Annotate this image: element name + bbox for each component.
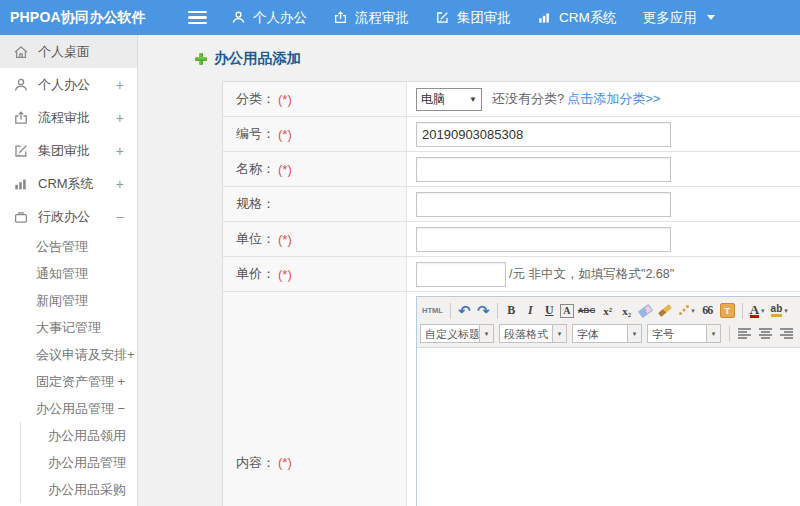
- font-size-select[interactable]: 字号 ▾: [647, 324, 721, 343]
- number-input[interactable]: [416, 122, 671, 147]
- form-row-price: 单价： (*) /元 非中文，如填写格式"2.68": [223, 257, 800, 292]
- nav-more-apps[interactable]: 更多应用: [643, 9, 715, 27]
- editor-content-area[interactable]: [417, 348, 800, 506]
- align-center-button[interactable]: [756, 324, 775, 343]
- field-label: 分类： (*): [223, 82, 407, 116]
- sidebar-label: 流程审批: [38, 109, 90, 127]
- caret-down-icon: ▾: [784, 307, 788, 315]
- expand-toggle[interactable]: +: [116, 143, 124, 159]
- main-content: 办公用品添加 分类： (*) 电脑 ▼ 还没有分类? 点击添加分类>> 编号： …: [138, 35, 800, 506]
- required-mark: (*): [278, 92, 292, 107]
- sidebar-item-supplies-purchase[interactable]: 办公用品采购: [21, 476, 137, 503]
- nav-crm-system[interactable]: CRM系统: [537, 9, 617, 27]
- sidebar-item-crm[interactable]: CRM系统 +: [0, 167, 137, 200]
- align-center-icon: [758, 327, 773, 340]
- field-value: [407, 222, 800, 256]
- expand-toggle[interactable]: +: [116, 77, 124, 93]
- expand-toggle[interactable]: +: [116, 176, 124, 192]
- sidebar-item-personal-office[interactable]: 个人办公 +: [0, 68, 137, 101]
- align-right-icon: [779, 327, 794, 340]
- superscript-button[interactable]: x²: [599, 301, 616, 320]
- sidebar-item-meeting-mgmt[interactable]: 会议申请及安排+: [0, 341, 137, 368]
- spec-input[interactable]: [416, 192, 671, 217]
- nav-label: 流程审批: [355, 9, 409, 27]
- category-select[interactable]: 电脑 ▼: [416, 88, 482, 111]
- unit-input[interactable]: [416, 227, 671, 252]
- nav-workflow-approval[interactable]: 流程审批: [333, 9, 409, 27]
- required-mark: (*): [278, 455, 292, 470]
- sidebar-item-group-approval[interactable]: 集团审批 +: [0, 134, 137, 167]
- align-left-button[interactable]: [735, 324, 754, 343]
- sidebar-label: 集团审批: [38, 142, 90, 160]
- sidebar-item-workflow-approval[interactable]: 流程审批 +: [0, 101, 137, 134]
- expand-toggle[interactable]: −: [116, 209, 124, 225]
- expand-toggle[interactable]: +: [116, 110, 124, 126]
- undo-button[interactable]: ↶: [456, 301, 473, 320]
- bold-button[interactable]: B: [503, 301, 520, 320]
- menu-toggle-icon[interactable]: [188, 11, 207, 25]
- heading-select[interactable]: 自定义标题 ▾: [420, 324, 494, 343]
- quick-format-button[interactable]: ▾: [676, 301, 697, 320]
- editor-toolbar-row-2: 自定义标题 ▾ 段落格式 ▾ 字体 ▾: [420, 322, 800, 345]
- sidebar-item-announcement-mgmt[interactable]: 公告管理: [0, 233, 137, 260]
- source-code-button[interactable]: HTML: [420, 301, 445, 320]
- topbar: PHPOA协同办公软件 个人办公 流程审批 集团审批: [0, 0, 800, 35]
- font-color-button[interactable]: A▾: [748, 301, 767, 320]
- nav-personal-office[interactable]: 个人办公: [231, 9, 307, 27]
- sidebar-item-admin-office[interactable]: 行政办公 −: [0, 200, 137, 233]
- field-label: 名称： (*): [223, 152, 407, 186]
- edit-square-icon: [13, 143, 29, 159]
- add-plus-icon: [195, 53, 207, 65]
- form-row-unit: 单位： (*): [223, 222, 800, 257]
- font-family-select[interactable]: 字体 ▾: [572, 324, 642, 343]
- price-format-hint: /元 非中文，如填写格式"2.68": [509, 266, 674, 283]
- field-label: 单价： (*): [223, 257, 407, 291]
- home-icon: [13, 44, 29, 60]
- nav-group-approval[interactable]: 集团审批: [435, 9, 511, 27]
- subscript-button[interactable]: x₂: [618, 301, 635, 320]
- blockquote-button[interactable]: 66: [699, 301, 716, 320]
- add-category-link[interactable]: 点击添加分类>>: [567, 90, 660, 108]
- align-left-icon: [737, 327, 752, 340]
- price-input[interactable]: [416, 262, 506, 287]
- nav-label: CRM系统: [559, 9, 617, 27]
- editor-toolbar-row-1: HTML ↶ ↷ B I U A ABC x² x₂: [420, 299, 800, 322]
- sidebar-item-assets-mgmt[interactable]: 固定资产管理 +: [0, 368, 137, 395]
- sidebar-item-supplies-mgmt[interactable]: 办公用品管理 −: [0, 395, 137, 422]
- sidebar-item-supplies-manage[interactable]: 办公用品管理: [21, 449, 137, 476]
- admin-submenu: 公告管理 通知管理 新闻管理 大事记管理 会议申请及安排+ 固定资产管理 + 办…: [0, 233, 137, 422]
- upload-box-icon: [333, 10, 348, 25]
- required-mark: (*): [278, 127, 292, 142]
- field-value: /元 非中文，如填写格式"2.68": [407, 257, 800, 291]
- sidebar-item-notice-mgmt[interactable]: 通知管理: [0, 260, 137, 287]
- field-value: [407, 187, 800, 221]
- remove-format-button[interactable]: [637, 301, 654, 320]
- eraser-icon: [638, 303, 653, 317]
- sidebar-item-events-mgmt[interactable]: 大事记管理: [0, 314, 137, 341]
- top-navigation: 个人办公 流程审批 集团审批 CRM系统: [231, 9, 715, 27]
- redo-button[interactable]: ↷: [475, 301, 492, 320]
- field-label: 内容： (*): [223, 292, 407, 506]
- paste-as-text-button[interactable]: T: [718, 301, 737, 320]
- name-input[interactable]: [416, 157, 671, 182]
- format-brush-button[interactable]: [656, 301, 674, 320]
- field-value: [407, 117, 800, 151]
- page-title-text: 办公用品添加: [214, 49, 301, 68]
- italic-button[interactable]: I: [522, 301, 539, 320]
- chevron-down-icon: ▾: [552, 325, 566, 342]
- sidebar-item-desktop[interactable]: 个人桌面: [0, 35, 137, 68]
- paragraph-format-select[interactable]: 段落格式 ▾: [499, 324, 567, 343]
- field-value: [407, 152, 800, 186]
- field-label: 规格：: [223, 187, 407, 221]
- highlight-color-button[interactable]: ab▾: [769, 301, 790, 320]
- sidebar-item-supplies-claim[interactable]: 办公用品领用: [21, 422, 137, 449]
- form-row-number: 编号： (*): [223, 117, 800, 152]
- underline-button[interactable]: U: [541, 301, 558, 320]
- strikethrough-button[interactable]: ABC: [576, 301, 597, 320]
- sidebar: 个人桌面 个人办公 + 流程审批 + 集团审批 +: [0, 35, 138, 506]
- font-style-button[interactable]: A: [560, 304, 574, 318]
- sidebar-item-news-mgmt[interactable]: 新闻管理: [0, 287, 137, 314]
- brand-logo[interactable]: PHPOA协同办公软件: [0, 9, 176, 27]
- align-right-button[interactable]: [777, 324, 796, 343]
- sidebar-label: 个人办公: [38, 76, 90, 94]
